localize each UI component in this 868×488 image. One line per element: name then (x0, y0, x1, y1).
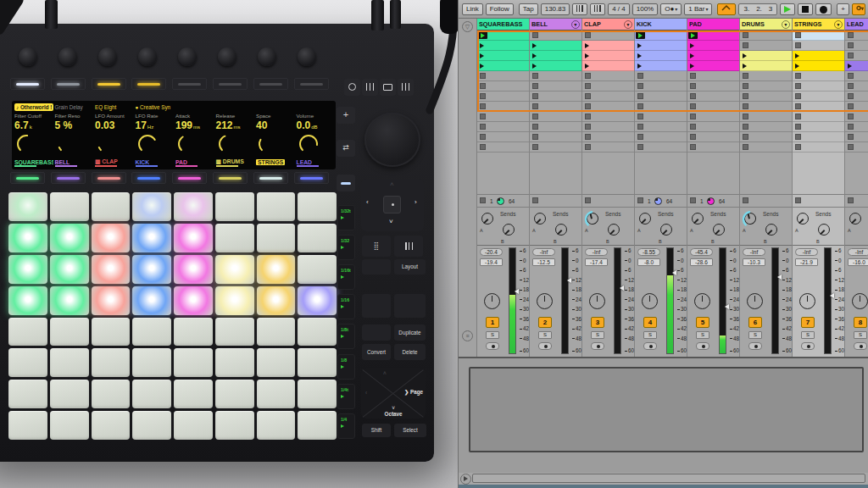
clip-slot[interactable] (635, 41, 687, 51)
session-mode-icon-button[interactable] (394, 236, 423, 257)
clip-slot[interactable] (635, 61, 687, 71)
clip-slot[interactable] (845, 112, 868, 122)
key-map-button[interactable] (852, 3, 865, 15)
track-header[interactable]: DRUMS▾ (740, 19, 792, 30)
clip-slot[interactable] (582, 30, 634, 41)
info-view-toggle[interactable] (460, 474, 471, 485)
pan-knob[interactable] (852, 293, 868, 309)
upper-display-button-6[interactable] (213, 78, 248, 90)
pad-r1-c5[interactable] (174, 192, 213, 221)
clip-slot[interactable] (793, 112, 844, 122)
clip-slot[interactable] (530, 122, 581, 132)
pad-r2-c2[interactable] (50, 224, 89, 252)
scene-launch-button-7[interactable]: 1/4t (337, 384, 355, 409)
pad-r3-c6[interactable] (215, 255, 254, 284)
pad-r3-c7[interactable] (257, 255, 296, 284)
send-a-knob[interactable] (849, 213, 861, 225)
clip-slot[interactable] (530, 112, 581, 122)
encoder-knob-2[interactable] (58, 47, 77, 66)
clip-slot[interactable] (740, 81, 792, 92)
clip-slot[interactable] (582, 132, 634, 142)
time-signature-field[interactable]: 4 / 4 (608, 3, 630, 15)
clip-view-icon-button[interactable] (380, 79, 396, 96)
pad-r5-c4[interactable] (132, 318, 171, 347)
track-header[interactable]: PAD (687, 19, 739, 30)
pad-r2-c3[interactable] (92, 224, 131, 252)
clip-slot[interactable] (793, 102, 844, 112)
clip-slot[interactable] (687, 122, 739, 132)
quantization-menu[interactable]: 1 Bar▾ (684, 3, 712, 15)
lower-display-button-4[interactable] (131, 172, 166, 184)
lower-display-button-3[interactable] (92, 172, 126, 184)
track-stop-button[interactable] (532, 197, 538, 203)
track-stop-button[interactable] (690, 197, 696, 203)
pad-r6-c3[interactable] (92, 348, 131, 377)
page-left-button[interactable]: ‹ (365, 390, 367, 396)
track-stop-button[interactable] (743, 197, 748, 203)
solo-button[interactable]: S (696, 331, 709, 339)
clip-slot[interactable] (477, 92, 529, 102)
pad-r6-c1[interactable] (8, 348, 47, 377)
send-a-knob[interactable] (797, 213, 809, 225)
pad-r4-c2[interactable] (50, 286, 89, 315)
solo-button[interactable]: S (538, 331, 552, 339)
clip-slot[interactable] (477, 51, 529, 61)
arm-button[interactable] (748, 342, 762, 350)
track-activator-button[interactable]: 5 (696, 317, 709, 328)
pad-r1-c7[interactable] (257, 192, 296, 221)
clip-slot[interactable] (687, 112, 739, 122)
track-header[interactable]: STRINGS▾ (793, 19, 844, 30)
tap-tempo-button[interactable]: Tap (519, 3, 538, 15)
pad-r7-c2[interactable] (50, 380, 89, 408)
pad-r6-c6[interactable] (215, 348, 254, 377)
clip-slot[interactable] (740, 30, 792, 41)
volume-fader-handle[interactable] (830, 293, 834, 298)
pad-r8-c6[interactable] (215, 411, 254, 440)
shift-button[interactable]: Shift (362, 424, 391, 437)
clip-slot[interactable] (635, 132, 687, 142)
clip-slot[interactable] (845, 81, 868, 92)
pad-r1-c6[interactable] (215, 192, 254, 221)
clip-slot[interactable] (793, 142, 844, 152)
track-stop-button[interactable] (795, 197, 801, 203)
send-b-knob[interactable] (713, 224, 725, 236)
convert-button[interactable]: Convert (362, 344, 391, 360)
clip-slot[interactable] (845, 30, 868, 41)
lower-display-button-2[interactable] (51, 172, 86, 184)
encoder-knob-6[interactable] (218, 47, 236, 66)
clip-slot[interactable] (530, 81, 581, 92)
dpad-down-arrow[interactable]: ˅ (389, 218, 393, 225)
volume-fader-handle[interactable] (515, 289, 519, 294)
pad-r8-c8[interactable] (298, 411, 337, 440)
layout-button[interactable]: Layout (394, 259, 426, 274)
track-activator-button[interactable]: 3 (591, 317, 604, 328)
clip-slot[interactable] (582, 122, 634, 132)
clip-slot[interactable] (530, 102, 581, 112)
arm-button[interactable] (591, 342, 604, 350)
clip-slot[interactable] (845, 92, 868, 102)
clip-slot[interactable] (687, 102, 739, 112)
clip-slot[interactable] (582, 142, 634, 152)
clip-slot[interactable] (740, 61, 792, 71)
lower-display-button-1[interactable] (10, 172, 45, 184)
pad-r2-c7[interactable] (257, 224, 296, 252)
metering-icon-button[interactable] (362, 79, 378, 96)
scene-launch-button-2[interactable]: 1/32 (337, 235, 355, 260)
volume-value[interactable]: -28.6 (690, 258, 713, 266)
pad-r6-c2[interactable] (50, 348, 89, 377)
clip-slot[interactable] (793, 122, 844, 132)
fixed-length-button[interactable] (337, 175, 355, 191)
solo-button[interactable]: S (801, 331, 815, 339)
pad-r8-c1[interactable] (8, 411, 47, 440)
pad-r7-c1[interactable] (8, 380, 47, 408)
clip-slot[interactable] (635, 51, 687, 61)
clip-slot[interactable] (687, 81, 739, 92)
clip-slot[interactable] (687, 41, 739, 51)
clip-slot[interactable] (635, 92, 687, 102)
clip-slot[interactable] (687, 92, 739, 102)
scene-launch-button-8[interactable]: 1/4 (337, 413, 355, 439)
clip-slot[interactable] (740, 102, 792, 112)
unlit-button-4[interactable] (362, 324, 391, 341)
pan-knob[interactable] (642, 293, 658, 309)
track-stop-button[interactable] (637, 197, 643, 203)
